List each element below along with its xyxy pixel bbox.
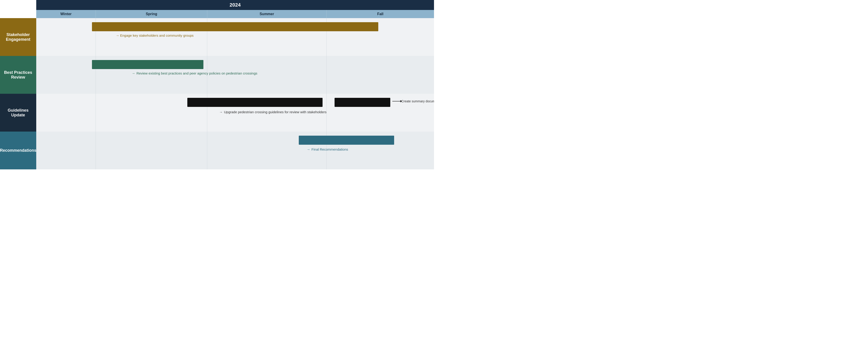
- best-practices-label: Best Practices Review: [4, 70, 32, 80]
- bar-recommendations: [299, 136, 394, 145]
- grid-col-winter: [36, 18, 96, 56]
- label-stakeholder: Stakeholder Engagement: [0, 18, 36, 56]
- season-fall-label: Fall: [377, 12, 383, 16]
- grid-col-winter-4: [36, 131, 96, 170]
- annotation-best-practices-arrow: →: [132, 71, 135, 75]
- gantt-chart: Stakeholder Engagement Best Practices Re…: [0, 0, 434, 170]
- annotation-stakeholder-line: → Engage key stakeholders and community …: [116, 33, 193, 37]
- row-recommendations: → Final Recommendations: [36, 131, 434, 170]
- recommendations-label: Recommendations: [0, 148, 36, 153]
- label-spacer: [0, 0, 36, 18]
- grid-col-winter-2: [36, 56, 96, 94]
- row-guidelines-inner: Create summary document → Upgrade pedest…: [36, 94, 434, 131]
- annotation-recommendations-arrow: →: [307, 147, 310, 151]
- season-summer: Summer: [207, 10, 327, 18]
- season-summer-label: Summer: [259, 12, 274, 16]
- annotation-recommendations-text: Final Recommendations: [311, 147, 348, 151]
- annotation-best-practices-text: Review existing best practices and peer …: [136, 71, 257, 75]
- label-best-practices: Best Practices Review: [0, 56, 36, 94]
- year-label: 2024: [230, 2, 241, 8]
- stakeholder-label: Stakeholder Engagement: [6, 32, 30, 42]
- season-winter: Winter: [36, 10, 96, 18]
- annotation-recommendations: → Final Recommendations: [307, 147, 348, 151]
- annotation-stakeholder: → Engage key stakeholders and community …: [116, 33, 193, 37]
- annotation-guidelines-side: Create summary document: [392, 99, 434, 103]
- annotation-guidelines-main-arrow: →: [219, 110, 223, 114]
- season-spring: Spring: [96, 10, 207, 18]
- side-line: [392, 101, 401, 101]
- row-recommendations-inner: → Final Recommendations: [36, 131, 434, 170]
- row-stakeholder: → Engage key stakeholders and community …: [36, 18, 434, 56]
- chart-area: 2024 Winter Spring Summer Fall: [36, 0, 434, 170]
- annotation-stakeholder-arrow: →: [116, 33, 119, 37]
- row-best-practices-inner: → Review existing best practices and pee…: [36, 56, 434, 94]
- label-column: Stakeholder Engagement Best Practices Re…: [0, 0, 36, 170]
- season-spring-label: Spring: [146, 12, 157, 16]
- grid-col-spring-4: [96, 131, 207, 170]
- annotation-stakeholder-text-row: → Engage key stakeholders and community …: [116, 33, 193, 37]
- label-recommendations: Recommendations: [0, 131, 36, 170]
- annotation-best-practices: → Review existing best practices and pee…: [132, 71, 257, 75]
- season-fall: Fall: [327, 10, 434, 18]
- season-winter-label: Winter: [60, 12, 71, 16]
- row-stakeholder-inner: → Engage key stakeholders and community …: [36, 18, 434, 56]
- annotation-guidelines-side-text: Create summary document: [401, 99, 434, 103]
- annotation-guidelines-main-text: Upgrade pedestrian crossing guidelines f…: [224, 110, 327, 114]
- row-best-practices: → Review existing best practices and pee…: [36, 56, 434, 94]
- grid-col-winter-3: [36, 94, 96, 131]
- grid-col-fall-2: [327, 56, 434, 94]
- side-arrow: [400, 100, 402, 102]
- annotation-guidelines-main: → Upgrade pedestrian crossing guidelines…: [219, 110, 327, 114]
- bar-stakeholder: [92, 22, 378, 31]
- season-header: Winter Spring Summer Fall: [36, 10, 434, 18]
- guidelines-label: Guidelines Update: [3, 108, 33, 118]
- bar-guidelines-1: [187, 98, 322, 107]
- bar-best-practices: [92, 60, 204, 69]
- annotation-stakeholder-text: Engage key stakeholders and community gr…: [120, 33, 193, 37]
- row-guidelines: Create summary document → Upgrade pedest…: [36, 94, 434, 131]
- bar-guidelines-2: [335, 98, 390, 107]
- year-header: 2024: [36, 0, 434, 10]
- label-guidelines: Guidelines Update: [0, 94, 36, 131]
